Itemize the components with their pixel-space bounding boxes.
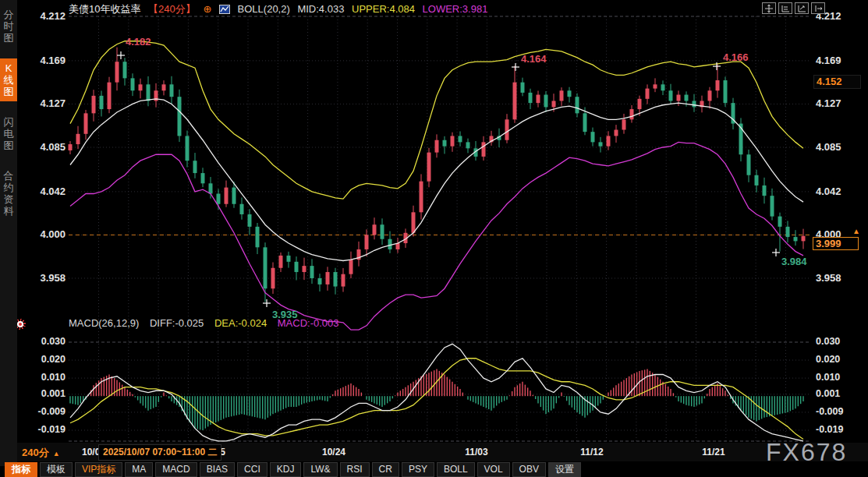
period-tag[interactable]: 【240分】	[148, 3, 196, 15]
toolbar-button-OBV[interactable]: OBV	[512, 462, 546, 477]
boll-mid-value: MID:4.033	[297, 3, 344, 15]
sidebar-tab-3[interactable]: 闪电图	[0, 112, 17, 155]
extreme-annotation: 4.164	[521, 53, 547, 65]
macd-label-right: -0.019	[816, 424, 843, 435]
macd-indicator-label: MACD(26,12,9)	[69, 317, 139, 329]
toolbar-button-LW&[interactable]: LW&	[303, 462, 337, 477]
add-indicator-icon[interactable]: ⊕	[203, 3, 211, 15]
price-label-left: 4.127	[27, 97, 66, 109]
macd-label-left: -0.019	[27, 424, 66, 435]
sidebar-tab-label: K线图	[3, 62, 14, 97]
price-label-right: 4.042	[816, 186, 841, 197]
time-axis-row: 240分▲ 10/0610/1510/2411/0311/1211/21 202…	[17, 443, 868, 461]
date-tick-11/03: 11/03	[465, 447, 487, 458]
price-label-right: 4.169	[816, 55, 841, 66]
toolbar-button-BOLL[interactable]: BOLL	[437, 462, 475, 477]
sidebar-tab-label: 分时图	[3, 9, 14, 44]
boll-lower-value: LOWER:3.981	[423, 3, 488, 15]
toolbar-button-MA[interactable]: MA	[125, 462, 153, 477]
indicator-toolbar: 指标模板VIP指标MAMACDBIASCCIKDJLW&RSICRPSYBOLL…	[5, 462, 581, 477]
macd-label-left: -0.009	[27, 406, 66, 417]
toolbar-button-VOL[interactable]: VOL	[477, 462, 510, 477]
price-label-left: 4.212	[27, 10, 66, 22]
toolbar-button-CR[interactable]: CR	[372, 462, 399, 477]
boll-upper-value: UPPER:4.084	[352, 3, 415, 15]
annotations-layer: 4.1824.1644.1663.9353.984	[117, 36, 807, 320]
macd-label-right: -0.009	[816, 406, 843, 417]
axis-fit-icon[interactable]	[778, 2, 792, 14]
macd-label-left: 0.010	[27, 372, 66, 383]
bar-time-tooltip: 2025/10/07 07:00~11:00 二	[98, 444, 221, 461]
period-selector-label: 240分	[22, 447, 49, 458]
axis-scale-icon[interactable]	[795, 2, 809, 14]
macd-label-right: 0.010	[816, 372, 840, 383]
date-tick-11/12: 11/12	[580, 447, 603, 458]
boll-indicator-label: BOLL(20,2)	[238, 3, 290, 15]
toolbar-button-模板[interactable]: 模板	[40, 462, 73, 477]
macd-dea-value: DEA:-0.024	[214, 317, 267, 329]
period-caret-icon: ▲	[53, 450, 60, 458]
last-price-marker: 3.999	[813, 237, 859, 250]
mini-chart-icon	[219, 5, 230, 16]
toolbar-button-PSY[interactable]: PSY	[402, 462, 434, 477]
extreme-annotation: 4.166	[723, 51, 749, 63]
macd-label-right: 0.030	[816, 336, 840, 347]
instrument-title: 美债10年收益率	[69, 3, 140, 15]
chart-header: 美债10年收益率 【240分】 ⊕ BOLL(20,2) MID:4.033 U…	[69, 2, 492, 15]
macd-label-right: 0.020	[816, 354, 840, 365]
price-macd-chart-canvas[interactable]: 4.1824.1644.1663.9353.984	[0, 0, 868, 477]
date-tick-11/21: 11/21	[702, 447, 725, 458]
toolbar-button-VIP指标[interactable]: VIP指标	[75, 462, 122, 477]
price-label-left: 4.000	[27, 228, 66, 240]
sidebar-tab-1[interactable]: 分时图	[0, 5, 17, 48]
price-up-arrow-icon: ▲	[852, 227, 860, 235]
move-tool-icon[interactable]	[762, 2, 776, 14]
extreme-annotation: 4.182	[126, 36, 151, 48]
price-label-left: 3.958	[27, 272, 66, 284]
brand-watermark: FX678	[766, 438, 847, 467]
macd-label-left: 0.020	[27, 354, 66, 365]
macd-label-left: 0.001	[27, 388, 66, 399]
macd-header: MACD(26,12,9) DIFF:-0.025 DEA:-0.024 MAC…	[69, 317, 347, 329]
boll-lower-band	[70, 142, 803, 330]
toolbar-button-CCI[interactable]: CCI	[237, 462, 267, 477]
extreme-annotation: 3.984	[781, 256, 807, 267]
price-label-left: 4.085	[27, 141, 66, 153]
chart-application-window: 分时图K线图闪电图合约资料 美债10年收益率 【240分】 ⊕ BOLL(20,…	[0, 0, 868, 477]
toolbar-button-BIAS[interactable]: BIAS	[200, 462, 235, 477]
macd-label-right: 0.001	[816, 388, 840, 399]
sidebar-tab-label: 合约资料	[3, 170, 14, 217]
period-selector[interactable]: 240分▲	[22, 446, 60, 460]
sidebar-tab-2[interactable]: K线图	[0, 58, 17, 101]
macd-hist-value: MACD:-0.003	[278, 317, 339, 329]
toolbar-button-指标[interactable]: 指标	[5, 462, 37, 477]
chart-tools-group	[762, 2, 825, 14]
macd-diff-value: DIFF:-0.025	[150, 317, 204, 329]
candles-layer	[69, 48, 806, 302]
toolbar-button-KDJ[interactable]: KDJ	[270, 462, 302, 477]
date-tick-10/24: 10/24	[322, 447, 345, 458]
toolbar-button-RSI[interactable]: RSI	[340, 462, 370, 477]
chart-type-sidebar: 分时图K线图闪电图合约资料	[0, 0, 17, 466]
macd-label-left: 0.030	[27, 336, 66, 347]
axis-shift-icon[interactable]	[811, 2, 825, 14]
prev-settlement-marker: 4.152	[813, 75, 861, 89]
toolbar-button-设置[interactable]: 设置	[548, 462, 581, 477]
price-label-right: 3.958	[816, 272, 841, 284]
toolbar-button-MACD[interactable]: MACD	[155, 462, 197, 477]
price-label-left: 4.169	[27, 55, 66, 66]
sidebar-tab-4[interactable]: 合约资料	[0, 166, 17, 221]
price-label-right: 4.085	[816, 141, 841, 153]
sidebar-tab-label: 闪电图	[3, 116, 14, 151]
price-label-left: 4.042	[27, 186, 66, 197]
price-label-right: 4.127	[816, 97, 841, 109]
